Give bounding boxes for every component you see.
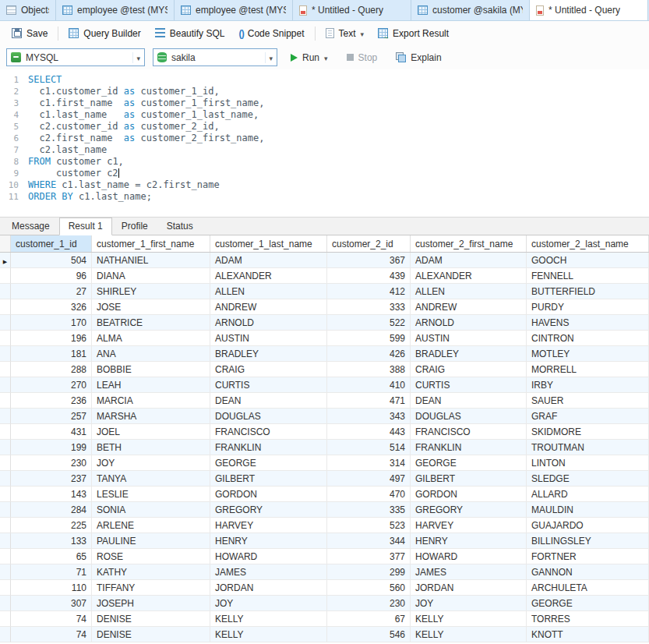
grid-cell[interactable]: 439: [327, 268, 411, 284]
grid-cell[interactable]: ADAM: [411, 253, 527, 268]
grid-cell[interactable]: MARCIA: [92, 393, 210, 409]
grid-cell[interactable]: 523: [327, 518, 411, 533]
grid-cell[interactable]: AUSTIN: [210, 331, 327, 346]
grid-cell[interactable]: GREGORY: [411, 502, 527, 518]
row-selector[interactable]: [0, 611, 11, 627]
grid-cell[interactable]: ALEXANDER: [210, 268, 327, 284]
sql-editor[interactable]: 1SELECT2 c1.customer_id as customer_1_id…: [0, 69, 649, 217]
tab-customer-sakila-my[interactable]: customer @sakila (MY...: [411, 0, 530, 20]
grid-cell[interactable]: ROSE: [92, 549, 210, 564]
grid-cell[interactable]: 65: [11, 549, 92, 564]
database-select[interactable]: sakila: [153, 48, 277, 66]
grid-cell[interactable]: DEAN: [411, 393, 527, 409]
grid-cell[interactable]: JOY: [411, 596, 527, 611]
result-tab-result-1[interactable]: Result 1: [59, 218, 112, 235]
grid-cell[interactable]: 230: [327, 596, 411, 611]
grid-cell[interactable]: TANYA: [92, 471, 210, 487]
grid-cell[interactable]: BOBBIE: [92, 362, 210, 377]
result-tab-profile[interactable]: Profile: [112, 218, 157, 235]
grid-cell[interactable]: 388: [327, 362, 411, 377]
grid-cell[interactable]: ARNOLD: [411, 315, 527, 331]
row-selector[interactable]: [0, 487, 11, 502]
grid-cell[interactable]: MAULDIN: [527, 502, 649, 518]
row-selector[interactable]: [0, 424, 11, 440]
grid-cell[interactable]: 67: [327, 611, 411, 627]
grid-cell[interactable]: MARSHA: [92, 409, 210, 424]
grid-cell[interactable]: BRADLEY: [210, 346, 327, 362]
grid-cell[interactable]: DOUGLAS: [210, 409, 327, 424]
explain-button[interactable]: Explain: [390, 48, 446, 67]
grid-cell[interactable]: IRBY: [527, 377, 649, 393]
grid-cell[interactable]: HOWARD: [411, 549, 527, 564]
grid-cell[interactable]: JAMES: [210, 564, 327, 580]
grid-cell[interactable]: 560: [327, 580, 411, 596]
row-selector[interactable]: [0, 409, 11, 424]
column-header-customer-1-id[interactable]: customer_1_id: [11, 235, 92, 252]
tab-employee-test-mys[interactable]: employee @test (MYS...: [56, 0, 175, 20]
grid-cell[interactable]: 514: [327, 440, 411, 455]
grid-cell[interactable]: KELLY: [210, 627, 327, 642]
grid-cell[interactable]: 225: [11, 518, 92, 533]
grid-cell[interactable]: 110: [11, 580, 92, 596]
grid-cell[interactable]: JOSE: [92, 299, 210, 315]
grid-cell[interactable]: 230: [11, 455, 92, 471]
grid-cell[interactable]: 377: [327, 549, 411, 564]
grid-cell[interactable]: ALMA: [92, 331, 210, 346]
grid-cell[interactable]: 74: [11, 611, 92, 627]
grid-cell[interactable]: 196: [11, 331, 92, 346]
grid-cell[interactable]: BEATRICE: [92, 315, 210, 331]
grid-cell[interactable]: LESLIE: [92, 487, 210, 502]
grid-cell[interactable]: 471: [327, 393, 411, 409]
column-header-customer-1-first-name[interactable]: customer_1_first_name: [92, 235, 210, 252]
grid-cell[interactable]: KATHY: [92, 564, 210, 580]
grid-cell[interactable]: HENRY: [411, 533, 527, 549]
grid-cell[interactable]: 343: [327, 409, 411, 424]
grid-cell[interactable]: 288: [11, 362, 92, 377]
grid-cell[interactable]: TROUTMAN: [527, 440, 649, 455]
grid-corner-cell[interactable]: [0, 235, 11, 252]
grid-cell[interactable]: KNOTT: [527, 627, 649, 642]
tab-untitled-query[interactable]: * Untitled - Query: [530, 0, 648, 20]
row-selector[interactable]: [0, 315, 11, 331]
row-selector[interactable]: [0, 268, 11, 284]
grid-cell[interactable]: HAVENS: [527, 315, 649, 331]
grid-cell[interactable]: DIANA: [92, 268, 210, 284]
grid-cell[interactable]: BILLINGSLEY: [527, 533, 649, 549]
grid-cell[interactable]: SAUER: [527, 393, 649, 409]
grid-cell[interactable]: DENISE: [92, 611, 210, 627]
row-selector[interactable]: [0, 627, 11, 642]
grid-cell[interactable]: SONIA: [92, 502, 210, 518]
row-selector[interactable]: [0, 533, 11, 549]
tab-objects[interactable]: Objects: [0, 0, 56, 20]
grid-cell[interactable]: ANDREW: [210, 299, 327, 315]
grid-cell[interactable]: 412: [327, 284, 411, 299]
grid-cell[interactable]: 143: [11, 487, 92, 502]
save-button[interactable]: Save: [5, 24, 55, 43]
grid-cell[interactable]: 314: [327, 455, 411, 471]
grid-cell[interactable]: DOUGLAS: [411, 409, 527, 424]
grid-cell[interactable]: 333: [327, 299, 411, 315]
code-snippet-button[interactable]: Code Snippet: [231, 24, 311, 43]
grid-cell[interactable]: 504: [11, 253, 92, 268]
row-selector[interactable]: [0, 564, 11, 580]
grid-cell[interactable]: 443: [327, 424, 411, 440]
grid-cell[interactable]: DEAN: [210, 393, 327, 409]
grid-cell[interactable]: GOOCH: [527, 253, 649, 268]
grid-cell[interactable]: 181: [11, 346, 92, 362]
grid-cell[interactable]: SLEDGE: [527, 471, 649, 487]
grid-cell[interactable]: LINTON: [527, 455, 649, 471]
grid-cell[interactable]: FENNELL: [527, 268, 649, 284]
grid-cell[interactable]: 470: [327, 487, 411, 502]
grid-cell[interactable]: CURTIS: [411, 377, 527, 393]
grid-cell[interactable]: 307: [11, 596, 92, 611]
grid-cell[interactable]: 236: [11, 393, 92, 409]
grid-cell[interactable]: GUAJARDO: [527, 518, 649, 533]
row-selector[interactable]: [0, 455, 11, 471]
grid-cell[interactable]: HOWARD: [210, 549, 327, 564]
grid-cell[interactable]: CRAIG: [210, 362, 327, 377]
row-selector[interactable]: [0, 502, 11, 518]
grid-cell[interactable]: 299: [327, 564, 411, 580]
grid-cell[interactable]: ANA: [92, 346, 210, 362]
grid-cell[interactable]: ARLENE: [92, 518, 210, 533]
grid-cell[interactable]: ARCHULETA: [527, 580, 649, 596]
